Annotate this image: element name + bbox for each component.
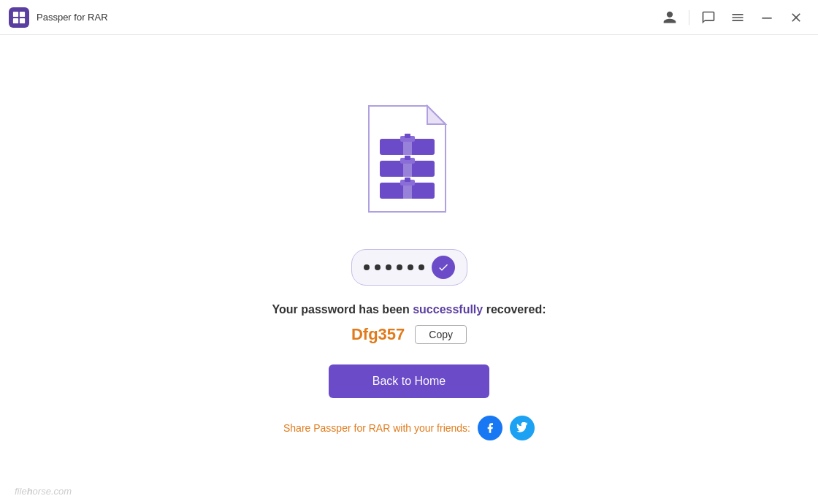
chat-button[interactable] (695, 4, 722, 31)
logo-icon (12, 11, 26, 24)
check-circle (432, 256, 455, 279)
svg-rect-1 (20, 11, 25, 16)
success-text-part2: recovered: (483, 303, 546, 316)
chat-icon (701, 10, 716, 25)
rar-illustration (351, 99, 467, 245)
dot-4 (397, 264, 402, 270)
hamburger-icon (730, 10, 745, 25)
menu-button[interactable] (725, 4, 751, 31)
watermark-text: filehorse.com (15, 486, 72, 497)
share-label: Share Passper for RAR with your friends: (283, 422, 470, 434)
minimize-icon (760, 10, 774, 25)
svg-rect-3 (20, 18, 25, 23)
twitter-button[interactable] (510, 416, 535, 440)
user-button[interactable] (657, 4, 683, 31)
separator-1 (689, 10, 689, 25)
watermark: filehorse.com (15, 486, 72, 497)
minimize-button[interactable] (754, 4, 780, 31)
facebook-button[interactable] (478, 416, 502, 440)
svg-rect-2 (13, 18, 18, 23)
close-icon (789, 10, 803, 25)
close-button[interactable] (783, 4, 809, 31)
title-bar: Passper for RAR (0, 0, 818, 35)
success-text-bold: successfully (413, 303, 483, 316)
app-title: Passper for RAR (37, 12, 657, 23)
svg-rect-15 (405, 177, 410, 182)
svg-rect-11 (405, 156, 410, 160)
dot-3 (386, 264, 391, 270)
window-controls (657, 4, 809, 31)
success-text-part1: Your password has been (272, 303, 413, 316)
dot-5 (408, 264, 413, 270)
file-svg (351, 99, 467, 230)
svg-rect-7 (405, 134, 410, 138)
password-verified-row (351, 249, 467, 286)
back-home-button[interactable]: Back to Home (329, 364, 489, 398)
main-content: Your password has been successfully reco… (0, 35, 818, 504)
success-message: Your password has been successfully reco… (272, 303, 546, 316)
dot-1 (364, 264, 370, 270)
facebook-icon (484, 422, 496, 434)
share-row: Share Passper for RAR with your friends: (283, 416, 535, 440)
copy-button[interactable]: Copy (415, 325, 467, 344)
svg-rect-0 (13, 11, 18, 16)
password-display: Dfg357 Copy (351, 325, 467, 344)
user-icon (662, 10, 677, 25)
checkmark-icon (437, 261, 449, 273)
dot-2 (375, 264, 381, 270)
password-dots (364, 264, 424, 270)
password-value: Dfg357 (351, 325, 405, 344)
dot-6 (418, 264, 424, 270)
app-logo (9, 7, 29, 28)
twitter-icon (516, 422, 528, 434)
